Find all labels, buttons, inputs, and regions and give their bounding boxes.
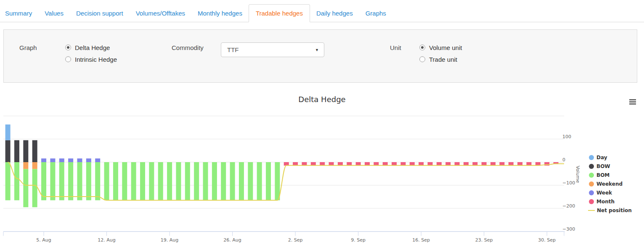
bar-bom [122,162,127,200]
unit-radio-group: Volume unitTrade unit [419,42,462,65]
bar-bom [104,162,109,200]
bar-week [95,158,100,162]
graph-radio-label: Delta Hedge [75,44,110,51]
tab-summary[interactable]: Summary [0,4,38,22]
x-axis-label: 5. Aug [36,237,51,243]
tab-bar: SummaryValuesDecision supportVolumes/Off… [0,0,644,22]
bar-bom [41,162,46,200]
bar-bom [86,162,91,200]
legend-item-net-position[interactable]: Net position [589,206,632,215]
y-axis-label: 100 [562,134,571,139]
radio-unselected-icon [419,56,425,62]
commodity-select-value: TTF [227,46,315,53]
unit-label: Unit [390,44,401,51]
y-axis-label: 0 [562,157,565,163]
bar-bom [221,162,226,200]
legend-item-month[interactable]: Month [589,197,632,206]
legend-label: Month [596,199,615,205]
legend-label: Week [596,190,612,196]
bar-bom [257,162,262,200]
x-axis-label: 9. Sep [351,237,366,243]
radio-selected-icon [419,45,425,50]
bar-bom [14,162,19,200]
net-position-line [8,162,564,200]
y-axis-label: −300 [562,226,575,232]
delta-hedge-plot: 5. Aug12. Aug19. Aug26. Aug2. Sep9. Sep1… [0,83,644,247]
bar-week [77,158,82,162]
y-axis-label: −100 [562,180,575,186]
x-axis-label: 23. Sep [475,237,493,243]
bar-bom [248,162,253,200]
legend-marker-bom [589,173,594,178]
legend-marker-net-position [588,210,595,211]
bar-bom [212,162,217,200]
bar-bom [239,162,244,200]
unit-radio-trade-unit[interactable]: Trade unit [419,53,462,65]
x-axis-label: 30. Sep [538,237,556,243]
unit-radio-label: Trade unit [429,56,457,63]
graph-radio-delta-hedge[interactable]: Delta Hedge [65,42,117,53]
bar-bom [23,169,28,208]
legend-label: Weekend [596,181,623,187]
filter-panel: Graph Delta HedgeIntrinsic Hedge Commodi… [3,29,637,83]
legend-marker-bow [589,164,594,169]
tab-decision-support[interactable]: Decision support [70,4,130,22]
legend-marker-day [589,155,594,160]
bar-bow [5,140,11,162]
bar-weekend [32,162,37,169]
bar-bom [185,162,190,200]
bar-day [5,124,11,140]
bar-bom [5,162,11,200]
legend-item-bow[interactable]: BOW [589,162,632,171]
unit-radio-label: Volume unit [429,44,462,51]
bar-bom [158,162,163,200]
bar-bom [77,162,82,200]
graph-radio-intrinsic-hedge[interactable]: Intrinsic Hedge [65,53,117,65]
tab-graphs[interactable]: Graphs [359,4,392,22]
bar-bow [14,140,19,162]
bar-week [41,158,46,162]
bar-bom [140,162,145,200]
bar-bom [113,162,118,200]
commodity-select[interactable]: TTF ▼ [221,42,324,57]
tab-daily-hedges[interactable]: Daily hedges [310,4,359,22]
legend-item-day[interactable]: Day [589,153,632,162]
bar-bom [32,169,37,208]
legend-label: Net position [597,208,632,213]
commodity-label: Commodity [172,44,204,51]
tab-volumes-offtakes[interactable]: Volumes/Offtakes [130,4,191,22]
bar-bom [176,162,181,200]
bar-bom [275,162,280,200]
bar-bom [59,162,64,200]
legend-item-week[interactable]: Week [589,188,632,197]
bar-week [59,158,64,162]
bar-week [86,158,91,162]
bar-bom [131,162,136,200]
bar-week [50,158,55,162]
legend-marker-month [589,199,594,204]
x-axis-label: 16. Sep [412,237,430,243]
legend-marker-week [589,190,594,195]
bar-bow [32,140,37,162]
graph-radio-group: Delta HedgeIntrinsic Hedge [65,42,117,65]
x-axis-label: 2. Sep [288,237,303,243]
unit-radio-volume-unit[interactable]: Volume unit [419,42,462,53]
legend-item-weekend[interactable]: Weekend [589,179,632,188]
bar-bom [149,162,154,200]
bar-bom [203,162,208,200]
x-axis-label: 12. Aug [98,237,115,243]
x-axis-label: 26. Aug [223,237,241,243]
legend-label: Day [596,155,607,160]
radio-unselected-icon [65,56,71,62]
legend-item-bom[interactable]: BOM [589,171,632,179]
graph-label: Graph [19,44,37,51]
tab-monthly-hedges[interactable]: Monthly hedges [191,4,249,22]
bar-bow [23,140,28,162]
tab-tradable-hedges[interactable]: Tradable hedges [249,4,310,22]
bar-bom [50,162,55,200]
tab-values[interactable]: Values [38,4,70,22]
bar-bom [194,162,199,200]
bar-week [68,158,73,162]
y-axis-label: −200 [562,203,575,209]
radio-selected-icon [65,45,71,50]
